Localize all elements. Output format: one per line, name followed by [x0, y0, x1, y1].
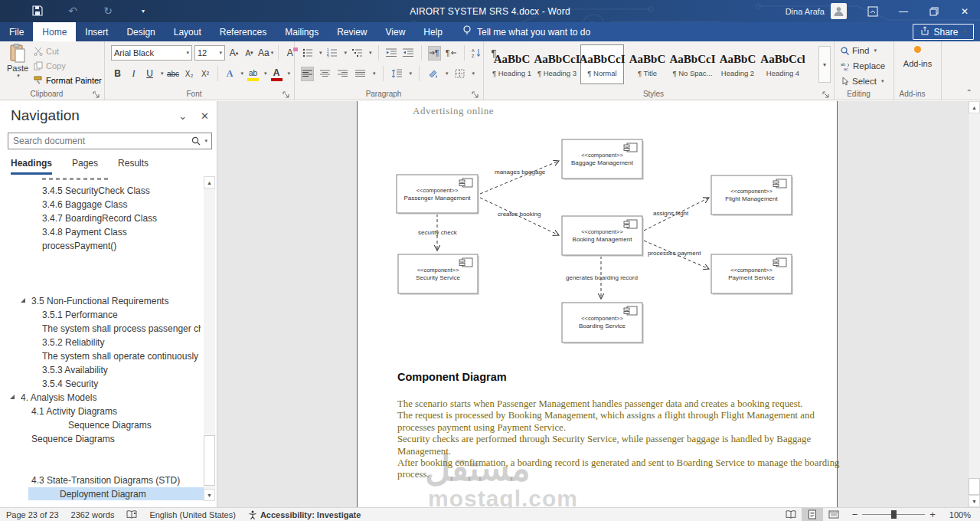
paste-button[interactable]: Paste ▾ — [5, 44, 31, 90]
superscript-button[interactable]: X² — [199, 67, 212, 81]
styles-more-button[interactable]: ▾ — [818, 46, 831, 83]
nav-heading-item[interactable]: processPayment() — [0, 239, 201, 252]
nav-heading-item[interactable]: 3.5 Non-Functional Requirements — [0, 294, 201, 307]
ribbon-tab-view[interactable]: View — [377, 22, 415, 41]
right-to-left-button[interactable]: ¶ — [445, 46, 458, 61]
ribbon-tab-help[interactable]: Help — [414, 22, 452, 41]
nav-heading-item[interactable]: 3.5.1 Performance — [0, 308, 201, 321]
line-spacing-button[interactable] — [390, 67, 403, 81]
chevron-down-icon[interactable]: ▾ — [319, 50, 322, 56]
expand-triangle-icon[interactable] — [21, 298, 25, 303]
cut-button[interactable]: Cut — [34, 45, 102, 57]
read-mode-button[interactable] — [780, 508, 802, 521]
chevron-down-icon[interactable]: ▾ — [264, 70, 267, 77]
clipboard-dialog-launcher[interactable] — [93, 89, 102, 98]
sort-button[interactable]: AZ — [471, 46, 484, 61]
share-button[interactable]: Share ▾ — [913, 24, 974, 40]
zoom-percentage[interactable]: 100% — [943, 508, 980, 521]
style-card[interactable]: AaBbC¶ Title — [626, 44, 669, 84]
align-right-button[interactable] — [336, 67, 349, 81]
style-card[interactable]: AaBbCcI¶ Heading 3 — [535, 44, 579, 84]
word-count[interactable]: 2362 words — [65, 508, 121, 521]
decrease-indent-button[interactable] — [385, 46, 398, 61]
justify-button[interactable] — [354, 67, 367, 81]
strikethrough-button[interactable]: abc — [167, 67, 180, 81]
search-icon[interactable] — [191, 136, 201, 146]
nav-heading-item[interactable]: The system shall process passenger check… — [0, 322, 201, 335]
ribbon-tab-review[interactable]: Review — [328, 22, 376, 41]
restore-button[interactable] — [919, 0, 949, 22]
font-dialog-launcher[interactable] — [283, 89, 292, 98]
ribbon-tab-home[interactable]: Home — [33, 22, 76, 41]
search-input[interactable] — [8, 136, 191, 146]
document-page[interactable]: Advertising online manages baggagecreate… — [357, 101, 838, 507]
left-to-right-button[interactable]: ¶ — [428, 46, 441, 61]
collapse-ribbon-button[interactable]: ⌃ — [966, 88, 972, 97]
chevron-down-icon[interactable]: ▾ — [345, 50, 348, 56]
nav-heading-item[interactable]: 3.5.4 Security — [0, 377, 201, 390]
grow-font-button[interactable]: A▴ — [227, 46, 240, 61]
user-name[interactable]: Dina Arafa — [786, 7, 825, 16]
nav-tab-headings[interactable]: Headings — [11, 158, 52, 175]
bold-button[interactable]: B — [111, 67, 124, 81]
language-indicator[interactable]: English (United States) — [143, 508, 242, 521]
increase-indent-button[interactable] — [402, 46, 415, 61]
web-layout-button[interactable] — [823, 508, 844, 521]
close-button[interactable]: ✕ — [949, 0, 980, 22]
style-card[interactable]: AaBbCclHeading 4 — [761, 44, 805, 84]
proofing-icon[interactable] — [120, 508, 143, 521]
ribbon-tab-insert[interactable]: Insert — [76, 22, 117, 41]
accessibility-status[interactable]: Accessibility: Investigate — [242, 508, 367, 521]
scroll-thumb[interactable] — [204, 435, 215, 486]
format-painter-button[interactable]: Format Painter — [34, 74, 102, 87]
numbering-button[interactable]: 123 — [326, 46, 339, 61]
nav-heading-item[interactable]: 3.4.8 Payment Class — [0, 225, 201, 238]
nav-heading-item[interactable]: 4.1 Activity Diagrams — [0, 405, 201, 418]
navigation-scrollbar[interactable]: ▲ ▼ — [204, 176, 215, 501]
ribbon-display-options-button[interactable] — [858, 0, 888, 22]
page-indicator[interactable]: Page 23 of 23 — [0, 508, 65, 521]
font-color-button[interactable]: A — [270, 67, 283, 81]
highlight-button[interactable]: ab — [247, 67, 260, 81]
chevron-down-icon[interactable]: ▾ — [288, 70, 291, 77]
chevron-down-icon[interactable]: ▾ — [472, 70, 475, 77]
scroll-up-button[interactable]: ▲ — [204, 176, 215, 188]
chevron-down-icon[interactable]: ▾ — [446, 70, 449, 77]
scroll-down-button[interactable]: ▼ — [969, 495, 980, 507]
nav-heading-item[interactable]: Deployment Diagram — [28, 487, 204, 500]
multilevel-list-button[interactable] — [351, 46, 364, 61]
styles-dialog-launcher[interactable] — [822, 89, 831, 98]
ribbon-tab-design[interactable]: Design — [117, 22, 164, 41]
italic-button[interactable]: I — [127, 67, 140, 81]
navigation-close-icon[interactable]: ✕ — [201, 110, 209, 122]
chevron-down-icon[interactable]: ▾ — [241, 70, 244, 77]
style-card[interactable]: AaBbCcI¶ No Spac... — [671, 44, 714, 84]
bullets-button[interactable] — [301, 46, 314, 61]
style-card[interactable]: AaBbC¶ Heading 1 — [490, 44, 534, 84]
shading-button[interactable] — [426, 67, 439, 81]
align-left-button[interactable] — [301, 67, 314, 81]
chevron-down-icon[interactable]: ▾ — [161, 70, 164, 77]
find-button[interactable]: Find ▾ — [841, 44, 885, 57]
font-family-combo[interactable]: Arial Black ▾ — [111, 45, 192, 61]
zoom-slider-thumb[interactable] — [891, 510, 897, 519]
print-layout-button[interactable] — [802, 508, 823, 521]
nav-heading-item[interactable]: Sequence Diagrams — [0, 432, 201, 445]
chevron-down-icon[interactable]: ▾ — [369, 50, 372, 56]
chevron-down-icon[interactable]: ▾ — [204, 138, 207, 144]
paragraph-dialog-launcher[interactable] — [472, 89, 481, 98]
tell-me-box[interactable]: Tell me what you want to do — [462, 22, 590, 41]
scroll-down-button[interactable]: ▼ — [204, 489, 215, 501]
navigation-dropdown-icon[interactable]: ⌄ — [178, 110, 187, 122]
font-size-combo[interactable]: 12 ▾ — [194, 45, 225, 61]
nav-heading-item[interactable]: 3.4.6 Baggage Class — [0, 198, 201, 211]
nav-tab-pages[interactable]: Pages — [72, 158, 98, 175]
ribbon-tab-file[interactable]: File — [0, 22, 33, 41]
ribbon-tab-references[interactable]: References — [211, 22, 276, 41]
select-button[interactable]: Select ▾ — [841, 75, 885, 87]
zoom-in-button[interactable]: + — [929, 509, 936, 520]
borders-button[interactable] — [453, 67, 466, 81]
change-case-button[interactable]: Aa▾ — [258, 46, 273, 61]
zoom-out-button[interactable]: − — [852, 509, 858, 520]
nav-tab-results[interactable]: Results — [118, 158, 149, 175]
